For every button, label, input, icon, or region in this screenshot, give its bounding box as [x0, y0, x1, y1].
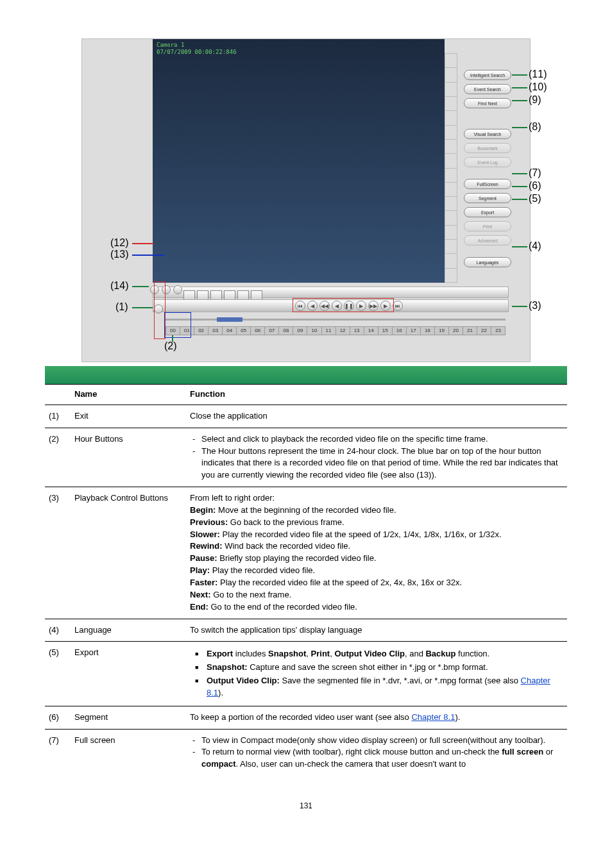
video-osd: Camera 1 07/07/2009 00:00:22:846 — [157, 42, 237, 56]
chapter-bar — [45, 366, 567, 384]
print-button[interactable]: Print — [464, 221, 511, 231]
right-callouts: (11) (10) (9) (8) (7) (6) (5) (4) (3) — [512, 39, 557, 362]
segment-button[interactable]: Segment — [464, 193, 511, 203]
find-next-button[interactable]: Find Next — [464, 98, 511, 108]
row-4: (4) Language To switch the application t… — [45, 619, 567, 642]
figure-playback-ui: Camera 1 07/07/2009 00:00:22:846 Intelli… — [45, 38, 567, 362]
advanced-button[interactable]: Advanced — [464, 235, 511, 246]
figure-canvas: Camera 1 07/07/2009 00:00:22:846 Intelli… — [81, 38, 531, 362]
page-number: 131 — [45, 801, 567, 810]
col-name: Name — [71, 385, 186, 405]
row-3: (3) Playback Control Buttons From left t… — [45, 487, 567, 619]
bookmark-button[interactable]: Bookmark — [464, 143, 511, 153]
callout-box-3 — [293, 298, 394, 312]
callout-box-13 — [164, 312, 191, 338]
export-button[interactable]: Export — [464, 207, 511, 217]
visual-search-button[interactable]: Visual Search — [464, 129, 511, 139]
row3-fn: From left to right order: Begin: Move at… — [186, 487, 567, 619]
side-button-column: Intelligent Search Event Search Find Nex… — [464, 70, 511, 267]
fullscreen-button[interactable]: FullScreen — [464, 179, 511, 189]
intelligent-search-button[interactable]: Intelligent Search — [464, 70, 511, 80]
table-header-row: Name Function — [45, 385, 567, 405]
timeline-slider[interactable] — [166, 316, 506, 322]
row5-list: Export includes Snapshot, Print, Output … — [190, 648, 563, 699]
col-function: Function — [186, 385, 567, 405]
row-1: (1) Exit Close the application — [45, 405, 567, 428]
hour-buttons-row[interactable]: 0001020304050607080910111213141516171819… — [166, 326, 506, 335]
row2-list: Select and click to playback the recorde… — [190, 433, 563, 481]
row-7: (7) Full screen To view in Compact mode(… — [45, 729, 567, 776]
end-button[interactable]: ⏭ — [393, 301, 403, 311]
row-5: (5) Export Export includes Snapshot, Pri… — [45, 642, 567, 706]
circ-btn-c[interactable] — [173, 285, 182, 294]
explain-table: Name Function (1) Exit Close the applica… — [45, 384, 567, 776]
event-log-button[interactable]: Event Log — [464, 157, 511, 167]
thumbnail-column — [445, 53, 457, 283]
languages-button[interactable]: Languages — [464, 257, 511, 267]
row7-list: To view in Compact mode(only show video … — [190, 735, 563, 771]
row-2: (2) Hour Buttons Select and click to pla… — [45, 428, 567, 487]
event-search-button[interactable]: Event Search — [464, 84, 511, 94]
row-6: (6) Segment To keep a portion of the rec… — [45, 706, 567, 729]
video-viewport: Camera 1 07/07/2009 00:00:22:846 — [153, 39, 445, 283]
